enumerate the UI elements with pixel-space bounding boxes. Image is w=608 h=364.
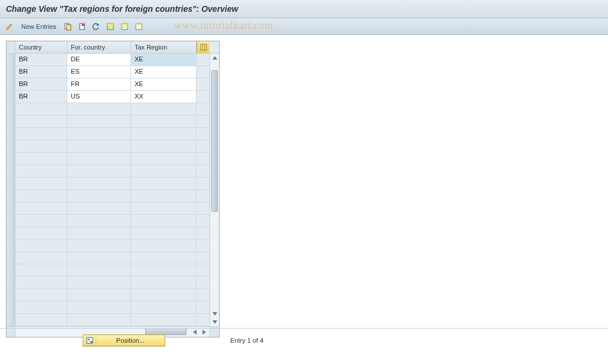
deselect-all-icon[interactable] bbox=[133, 21, 145, 32]
row-selector[interactable] bbox=[6, 66, 15, 78]
cell-empty[interactable] bbox=[131, 252, 197, 264]
cell-empty[interactable] bbox=[67, 277, 131, 288]
row-selector[interactable] bbox=[6, 202, 15, 214]
cell-empty[interactable] bbox=[67, 215, 131, 227]
cell-empty[interactable] bbox=[67, 264, 131, 276]
cell-empty[interactable] bbox=[15, 140, 67, 152]
cell-tax-region[interactable]: XE bbox=[131, 66, 197, 78]
cell-empty[interactable] bbox=[15, 153, 67, 165]
cell-empty[interactable] bbox=[15, 264, 67, 276]
cell-empty[interactable] bbox=[67, 190, 131, 202]
cell-empty[interactable] bbox=[15, 240, 67, 251]
cell-empty[interactable] bbox=[67, 252, 131, 264]
cell-empty[interactable] bbox=[131, 289, 197, 301]
row-selector[interactable] bbox=[6, 78, 15, 90]
select-all-icon[interactable] bbox=[104, 21, 116, 32]
scroll-down-icon-2[interactable] bbox=[211, 318, 219, 326]
row-selector[interactable] bbox=[6, 54, 15, 65]
cell-for-country[interactable]: DE bbox=[67, 54, 131, 65]
cell-empty[interactable] bbox=[131, 116, 197, 127]
cell-empty[interactable] bbox=[67, 202, 131, 214]
row-selector[interactable] bbox=[6, 240, 15, 251]
cell-empty[interactable] bbox=[131, 240, 197, 251]
cell-empty[interactable] bbox=[131, 301, 197, 313]
cell-empty[interactable] bbox=[67, 301, 131, 313]
cell-for-country[interactable]: US bbox=[67, 91, 131, 103]
column-header-for-country[interactable]: For. country bbox=[67, 41, 131, 53]
cell-for-country[interactable]: FR bbox=[67, 78, 131, 90]
cell-country[interactable]: BR bbox=[15, 54, 67, 65]
row-selector[interactable] bbox=[6, 215, 15, 227]
cell-empty[interactable] bbox=[15, 178, 67, 189]
row-selector[interactable] bbox=[6, 103, 15, 115]
cell-empty[interactable] bbox=[15, 227, 67, 239]
select-block-icon[interactable] bbox=[119, 21, 130, 32]
cell-empty[interactable] bbox=[131, 190, 197, 202]
cell-empty[interactable] bbox=[15, 314, 67, 326]
cell-tax-region[interactable]: XE bbox=[131, 78, 197, 90]
cell-empty[interactable] bbox=[67, 227, 131, 239]
cell-empty[interactable] bbox=[131, 165, 197, 177]
row-selector[interactable] bbox=[6, 116, 15, 127]
cell-empty[interactable] bbox=[67, 116, 131, 127]
row-selector[interactable] bbox=[6, 91, 15, 103]
cell-empty[interactable] bbox=[67, 165, 131, 177]
cell-empty[interactable] bbox=[67, 240, 131, 251]
scroll-down-icon[interactable] bbox=[211, 310, 219, 318]
cell-empty[interactable] bbox=[131, 153, 197, 165]
cell-empty[interactable] bbox=[67, 314, 131, 326]
row-selector[interactable] bbox=[6, 252, 15, 264]
cell-for-country[interactable]: ES bbox=[67, 66, 131, 78]
toggle-change-icon[interactable] bbox=[4, 21, 15, 32]
cell-empty[interactable] bbox=[67, 178, 131, 189]
copy-as-icon[interactable] bbox=[62, 21, 74, 32]
cell-country[interactable]: BR bbox=[15, 78, 67, 90]
row-selector[interactable] bbox=[6, 277, 15, 288]
row-selector[interactable] bbox=[6, 190, 15, 202]
row-selector[interactable] bbox=[6, 178, 15, 189]
cell-empty[interactable] bbox=[67, 153, 131, 165]
vertical-scrollbar[interactable] bbox=[210, 54, 219, 326]
cell-empty[interactable] bbox=[131, 202, 197, 214]
cell-empty[interactable] bbox=[67, 140, 131, 152]
new-entries-button[interactable]: New Entries bbox=[18, 22, 60, 31]
column-header-tax-region[interactable]: Tax Region bbox=[131, 41, 197, 53]
row-selector[interactable] bbox=[6, 264, 15, 276]
cell-country[interactable]: BR bbox=[15, 91, 67, 103]
cell-empty[interactable] bbox=[15, 277, 67, 288]
cell-empty[interactable] bbox=[15, 215, 67, 227]
cell-empty[interactable] bbox=[131, 215, 197, 227]
cell-empty[interactable] bbox=[131, 103, 197, 115]
row-selector[interactable] bbox=[6, 289, 15, 301]
row-selector[interactable] bbox=[6, 128, 15, 140]
scroll-thumb[interactable] bbox=[211, 70, 218, 212]
delete-icon[interactable] bbox=[76, 21, 88, 32]
cell-empty[interactable] bbox=[15, 190, 67, 202]
cell-tax-region[interactable]: XX bbox=[131, 91, 197, 103]
cell-empty[interactable] bbox=[15, 289, 67, 301]
scroll-up-icon[interactable] bbox=[211, 54, 219, 62]
cell-empty[interactable] bbox=[15, 165, 67, 177]
cell-empty[interactable] bbox=[15, 301, 67, 313]
cell-empty[interactable] bbox=[15, 128, 67, 140]
cell-empty[interactable] bbox=[131, 314, 197, 326]
cell-empty[interactable] bbox=[131, 277, 197, 288]
cell-country[interactable]: BR bbox=[15, 66, 67, 78]
scroll-track[interactable] bbox=[210, 62, 219, 310]
cell-empty[interactable] bbox=[15, 116, 67, 127]
position-button[interactable]: Position... bbox=[83, 335, 165, 346]
undo-change-icon[interactable] bbox=[90, 21, 102, 32]
cell-empty[interactable] bbox=[131, 227, 197, 239]
cell-empty[interactable] bbox=[67, 103, 131, 115]
cell-empty[interactable] bbox=[131, 264, 197, 276]
cell-empty[interactable] bbox=[67, 128, 131, 140]
cell-empty[interactable] bbox=[15, 103, 67, 115]
cell-tax-region[interactable]: XE bbox=[131, 54, 197, 65]
cell-empty[interactable] bbox=[131, 178, 197, 189]
row-selector[interactable] bbox=[6, 227, 15, 239]
configure-columns-icon[interactable] bbox=[197, 41, 210, 53]
cell-empty[interactable] bbox=[15, 202, 67, 214]
row-selector[interactable] bbox=[6, 314, 15, 326]
row-selector[interactable] bbox=[6, 301, 15, 313]
cell-empty[interactable] bbox=[67, 289, 131, 301]
